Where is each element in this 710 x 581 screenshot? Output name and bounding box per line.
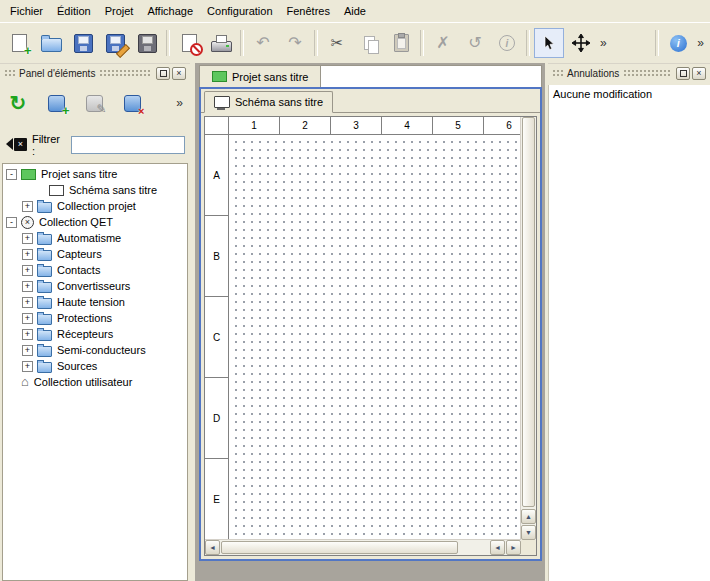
dock-float-button[interactable] [676,67,690,80]
tab-schema-sans-titre[interactable]: Schéma sans titre [204,91,333,113]
tree-item-collection-qet[interactable]: - Collection QET [3,214,187,230]
menu-affichage[interactable]: Affichage [140,2,200,20]
scroll-right-button[interactable] [506,540,521,555]
schema-tabbar: Schéma sans titre [201,89,540,113]
tree-item-sources[interactable]: + Sources [3,358,187,374]
tree-item-semi-conducteurs[interactable]: + Semi-conducteurs [3,342,187,358]
horizontal-scrollbar-thumb[interactable] [221,541,458,554]
dock-grip[interactable] [623,69,670,78]
tree-item-protections[interactable]: + Protections [3,310,187,326]
delete-cross-icon [436,35,449,51]
no-entry-badge-icon [190,43,203,56]
save-all-button[interactable] [132,28,162,58]
filter-input[interactable] [71,136,185,154]
tree-item-collection-utilisateur[interactable]: Collection utilisateur [3,374,187,390]
tree-item-contacts[interactable]: + Contacts [3,262,187,278]
vertical-scrollbar[interactable] [520,117,536,540]
tree-item-convertisseurs[interactable]: + Convertisseurs [3,278,187,294]
tree-item-label: Semi-conducteurs [57,344,146,356]
tree-item-label: Protections [57,312,112,324]
info-circle-icon [499,35,515,51]
toolbar-overflow-button-2[interactable]: » [694,36,707,50]
delete-button[interactable] [428,28,458,58]
schema-grid-canvas[interactable] [229,135,521,540]
reload-collections-button[interactable] [4,89,32,117]
dock-float-button[interactable] [156,67,170,80]
menu-fenetres[interactable]: Fenêtres [280,2,337,20]
edit-element-button[interactable] [80,89,108,117]
save-as-button[interactable] [100,28,130,58]
select-mode-button[interactable] [534,28,564,58]
tree-item-label: Projet sans titre [41,168,117,180]
redo-button[interactable] [280,28,310,58]
expander-icon[interactable]: + [22,313,33,324]
tree-item-schema-sans-titre[interactable]: Schéma sans titre [3,182,187,198]
expander-icon[interactable]: + [22,201,33,212]
plus-badge-icon [24,46,32,56]
scroll-left-button-2[interactable] [490,540,505,555]
tab-projet-sans-titre[interactable]: Projet sans titre [200,66,321,87]
new-project-button[interactable] [4,28,34,58]
delete-element-button[interactable] [118,89,146,117]
expander-icon[interactable]: + [22,329,33,340]
menu-configuration[interactable]: Configuration [200,2,279,20]
scroll-up-button[interactable] [521,509,536,524]
expander-icon[interactable]: - [6,217,17,228]
clear-filter-button[interactable] [5,138,27,152]
about-button[interactable] [663,28,693,58]
close-file-button[interactable] [174,28,204,58]
save-button[interactable] [68,28,98,58]
expander-icon[interactable]: - [6,169,17,180]
tree-item-automatisme[interactable]: + Automatisme [3,230,187,246]
expander-icon[interactable]: + [22,361,33,372]
paste-button[interactable] [386,28,416,58]
expander-icon[interactable]: + [22,233,33,244]
scroll-left-button[interactable] [205,540,220,555]
element-info-button[interactable] [492,28,522,58]
expander-icon[interactable]: + [22,281,33,292]
dock-close-button[interactable] [692,67,706,80]
menu-projet[interactable]: Projet [98,2,141,20]
elements-panel-dock: Panel d'éléments » [0,63,190,581]
dock-grip[interactable] [4,69,16,78]
dock-close-button[interactable] [172,67,186,80]
menu-aide[interactable]: Aide [337,2,373,20]
pan-mode-button[interactable] [566,28,596,58]
tree-item-projet-sans-titre[interactable]: - Projet sans titre [3,166,187,182]
ruler-row: B [205,216,228,297]
ruler-column: 1 [229,117,280,134]
save-as-icon [106,34,125,53]
undo-dock-titlebar[interactable]: Annulations [550,65,708,82]
dock-grip[interactable] [99,69,150,78]
rotate-icon [468,35,481,51]
undo-history-list[interactable]: Aucune modification [548,85,710,581]
elements-panel-titlebar[interactable]: Panel d'éléments [2,65,188,82]
tree-item-collection-projet[interactable]: + Collection projet [3,198,187,214]
menubar: Fichier Édition Projet Affichage Configu… [0,0,710,22]
new-element-button[interactable] [42,89,70,117]
tree-item-recepteurs[interactable]: + Récepteurs [3,326,187,342]
menu-fichier[interactable]: Fichier [3,2,50,20]
expander-icon[interactable]: + [22,249,33,260]
expander-icon[interactable]: + [22,265,33,276]
tree-item-haute-tension[interactable]: + Haute tension [3,294,187,310]
print-button[interactable] [206,28,236,58]
tree-item-label: Automatisme [57,232,121,244]
scroll-down-button[interactable] [521,525,536,540]
vertical-scrollbar-thumb[interactable] [522,117,535,507]
edit-element-icon [86,95,103,112]
rotate-button[interactable] [460,28,490,58]
schema-view[interactable]: 1 2 3 4 5 6 A B C D E [204,116,537,556]
tree-item-capteurs[interactable]: + Capteurs [3,246,187,262]
expander-icon[interactable]: + [22,297,33,308]
dock-grip[interactable] [552,69,564,78]
horizontal-scrollbar[interactable] [205,539,521,555]
copy-button[interactable] [354,28,384,58]
dock-toolbar-overflow-button[interactable]: » [173,96,186,110]
expander-icon[interactable]: + [22,345,33,356]
open-project-button[interactable] [36,28,66,58]
toolbar-overflow-button[interactable]: » [597,36,610,50]
undo-button[interactable] [248,28,278,58]
cut-button[interactable] [322,28,352,58]
menu-edition[interactable]: Édition [50,2,98,20]
